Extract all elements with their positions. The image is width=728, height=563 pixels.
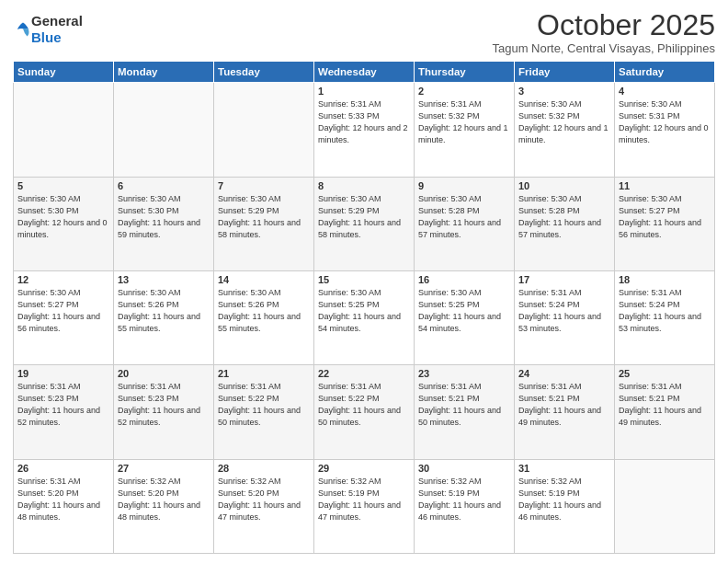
header-friday: Friday: [515, 62, 615, 83]
day-number: 28: [218, 463, 310, 474]
table-row: 13 Sunrise: 5:30 AMSunset: 5:26 PMDaylig…: [114, 270, 214, 364]
table-row: 1 Sunrise: 5:31 AMSunset: 5:33 PMDayligh…: [314, 83, 415, 177]
day-info: Sunrise: 5:30 AMSunset: 5:26 PMDaylight:…: [218, 287, 310, 335]
day-info: Sunrise: 5:31 AMSunset: 5:21 PMDaylight:…: [418, 381, 510, 429]
header-sunday: Sunday: [14, 62, 114, 83]
table-row: 17 Sunrise: 5:31 AMSunset: 5:24 PMDaylig…: [515, 270, 615, 364]
day-number: 16: [418, 274, 510, 285]
day-info: Sunrise: 5:30 AMSunset: 5:30 PMDaylight:…: [17, 193, 109, 241]
table-row: 4 Sunrise: 5:30 AMSunset: 5:31 PMDayligh…: [615, 83, 715, 177]
day-info: Sunrise: 5:30 AMSunset: 5:27 PMDaylight:…: [17, 287, 109, 335]
day-number: 19: [17, 368, 109, 379]
table-row: 21 Sunrise: 5:31 AMSunset: 5:22 PMDaylig…: [214, 365, 314, 459]
day-number: 21: [218, 368, 310, 379]
day-info: Sunrise: 5:32 AMSunset: 5:19 PMDaylight:…: [518, 476, 610, 523]
day-info: Sunrise: 5:32 AMSunset: 5:20 PMDaylight:…: [118, 476, 210, 523]
day-info: Sunrise: 5:31 AMSunset: 5:33 PMDaylight:…: [318, 98, 410, 146]
day-number: 31: [518, 463, 610, 474]
logo: General Blue: [13, 13, 83, 46]
day-number: 9: [418, 180, 510, 191]
day-info: Sunrise: 5:31 AMSunset: 5:21 PMDaylight:…: [518, 381, 610, 429]
week-row-4: 26 Sunrise: 5:31 AMSunset: 5:20 PMDaylig…: [14, 459, 715, 553]
day-number: 4: [619, 86, 711, 97]
day-number: 23: [418, 368, 510, 379]
day-info: Sunrise: 5:31 AMSunset: 5:24 PMDaylight:…: [518, 287, 610, 335]
logo-general: General: [31, 13, 83, 29]
table-row: [615, 459, 715, 553]
table-row: 11 Sunrise: 5:30 AMSunset: 5:27 PMDaylig…: [615, 177, 715, 270]
day-number: 6: [118, 180, 210, 191]
day-number: 12: [17, 274, 109, 285]
title-block: October 2025 Tagum Norte, Central Visaya…: [492, 9, 715, 55]
day-number: 15: [318, 274, 410, 285]
day-info: Sunrise: 5:30 AMSunset: 5:31 PMDaylight:…: [619, 98, 711, 146]
table-row: 5 Sunrise: 5:30 AMSunset: 5:30 PMDayligh…: [14, 177, 114, 270]
day-info: Sunrise: 5:30 AMSunset: 5:28 PMDaylight:…: [518, 193, 610, 241]
day-number: 14: [218, 274, 310, 285]
day-number: 27: [118, 463, 210, 474]
table-row: [214, 83, 314, 177]
calendar-page: General Blue October 2025 Tagum Norte, C…: [0, 0, 728, 563]
day-number: 7: [218, 180, 310, 191]
logo-blue: Blue: [31, 29, 62, 45]
location: Tagum Norte, Central Visayas, Philippine…: [492, 41, 715, 55]
weekday-header-row: Sunday Monday Tuesday Wednesday Thursday…: [14, 62, 715, 83]
table-row: 2 Sunrise: 5:31 AMSunset: 5:32 PMDayligh…: [415, 83, 515, 177]
table-row: 24 Sunrise: 5:31 AMSunset: 5:21 PMDaylig…: [515, 365, 615, 459]
table-row: 16 Sunrise: 5:30 AMSunset: 5:25 PMDaylig…: [415, 270, 515, 364]
calendar-table: Sunday Monday Tuesday Wednesday Thursday…: [13, 61, 715, 554]
table-row: [14, 83, 114, 177]
day-info: Sunrise: 5:31 AMSunset: 5:22 PMDaylight:…: [318, 381, 410, 429]
table-row: 18 Sunrise: 5:31 AMSunset: 5:24 PMDaylig…: [615, 270, 715, 364]
header: General Blue October 2025 Tagum Norte, C…: [13, 9, 715, 55]
table-row: 7 Sunrise: 5:30 AMSunset: 5:29 PMDayligh…: [214, 177, 314, 270]
day-info: Sunrise: 5:31 AMSunset: 5:23 PMDaylight:…: [17, 381, 109, 429]
day-number: 26: [17, 463, 109, 474]
header-monday: Monday: [114, 62, 214, 83]
table-row: 9 Sunrise: 5:30 AMSunset: 5:28 PMDayligh…: [415, 177, 515, 270]
table-row: 8 Sunrise: 5:30 AMSunset: 5:29 PMDayligh…: [314, 177, 415, 270]
day-info: Sunrise: 5:30 AMSunset: 5:32 PMDaylight:…: [518, 98, 610, 146]
table-row: 26 Sunrise: 5:31 AMSunset: 5:20 PMDaylig…: [14, 459, 114, 553]
month-title: October 2025: [492, 9, 715, 41]
table-row: 10 Sunrise: 5:30 AMSunset: 5:28 PMDaylig…: [515, 177, 615, 270]
day-number: 25: [619, 368, 711, 379]
day-info: Sunrise: 5:31 AMSunset: 5:32 PMDaylight:…: [418, 98, 510, 146]
day-number: 22: [318, 368, 410, 379]
day-info: Sunrise: 5:30 AMSunset: 5:29 PMDaylight:…: [318, 193, 410, 241]
day-info: Sunrise: 5:31 AMSunset: 5:20 PMDaylight:…: [17, 476, 109, 523]
day-number: 13: [118, 274, 210, 285]
table-row: 12 Sunrise: 5:30 AMSunset: 5:27 PMDaylig…: [14, 270, 114, 364]
day-info: Sunrise: 5:30 AMSunset: 5:29 PMDaylight:…: [218, 193, 310, 241]
week-row-2: 12 Sunrise: 5:30 AMSunset: 5:27 PMDaylig…: [14, 270, 715, 364]
day-info: Sunrise: 5:31 AMSunset: 5:24 PMDaylight:…: [619, 287, 711, 335]
logo-icon: [15, 21, 31, 38]
day-number: 3: [518, 86, 610, 97]
day-number: 10: [518, 180, 610, 191]
day-number: 8: [318, 180, 410, 191]
week-row-3: 19 Sunrise: 5:31 AMSunset: 5:23 PMDaylig…: [14, 365, 715, 459]
table-row: 31 Sunrise: 5:32 AMSunset: 5:19 PMDaylig…: [515, 459, 615, 553]
table-row: 23 Sunrise: 5:31 AMSunset: 5:21 PMDaylig…: [415, 365, 515, 459]
day-info: Sunrise: 5:30 AMSunset: 5:25 PMDaylight:…: [318, 287, 410, 335]
table-row: 22 Sunrise: 5:31 AMSunset: 5:22 PMDaylig…: [314, 365, 415, 459]
header-thursday: Thursday: [415, 62, 515, 83]
week-row-1: 5 Sunrise: 5:30 AMSunset: 5:30 PMDayligh…: [14, 177, 715, 270]
table-row: 27 Sunrise: 5:32 AMSunset: 5:20 PMDaylig…: [114, 459, 214, 553]
table-row: 14 Sunrise: 5:30 AMSunset: 5:26 PMDaylig…: [214, 270, 314, 364]
day-number: 24: [518, 368, 610, 379]
day-number: 18: [619, 274, 711, 285]
day-info: Sunrise: 5:31 AMSunset: 5:22 PMDaylight:…: [218, 381, 310, 429]
day-number: 1: [318, 86, 410, 97]
table-row: 25 Sunrise: 5:31 AMSunset: 5:21 PMDaylig…: [615, 365, 715, 459]
table-row: [114, 83, 214, 177]
table-row: 20 Sunrise: 5:31 AMSunset: 5:23 PMDaylig…: [114, 365, 214, 459]
header-saturday: Saturday: [615, 62, 715, 83]
header-wednesday: Wednesday: [314, 62, 415, 83]
table-row: 19 Sunrise: 5:31 AMSunset: 5:23 PMDaylig…: [14, 365, 114, 459]
day-number: 2: [418, 86, 510, 97]
logo-text: General Blue: [31, 13, 83, 46]
day-number: 30: [418, 463, 510, 474]
day-info: Sunrise: 5:32 AMSunset: 5:19 PMDaylight:…: [318, 476, 410, 523]
day-number: 17: [518, 274, 610, 285]
